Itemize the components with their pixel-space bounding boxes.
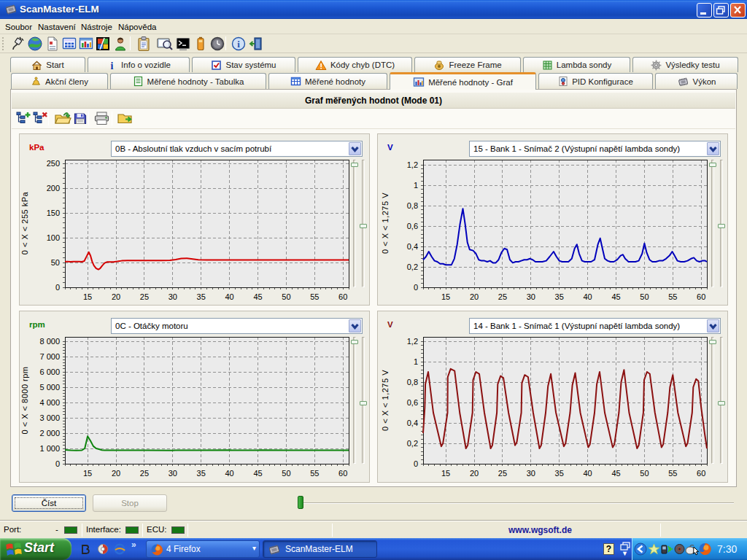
svg-text:20: 20 bbox=[470, 292, 479, 301]
svg-text:0: 0 bbox=[414, 459, 418, 468]
svg-text:250: 250 bbox=[47, 159, 60, 168]
svg-text:35: 35 bbox=[555, 292, 564, 301]
svg-text:0,4: 0,4 bbox=[407, 419, 418, 427]
svg-text:35: 35 bbox=[555, 469, 564, 478]
svg-text:20: 20 bbox=[112, 469, 120, 478]
svg-text:0,6: 0,6 bbox=[407, 222, 418, 230]
svg-text:200: 200 bbox=[47, 184, 60, 192]
svg-text:35: 35 bbox=[197, 292, 206, 301]
svg-text:60: 60 bbox=[338, 292, 347, 301]
svg-text:30: 30 bbox=[527, 469, 535, 478]
svg-text:40: 40 bbox=[225, 292, 233, 301]
svg-text:50: 50 bbox=[282, 469, 290, 478]
svg-text:40: 40 bbox=[583, 469, 592, 478]
svg-text:55: 55 bbox=[310, 292, 319, 301]
svg-text:150: 150 bbox=[47, 209, 60, 217]
svg-text:0: 0 bbox=[414, 283, 418, 292]
svg-text:50: 50 bbox=[51, 258, 60, 267]
svg-text:0,6: 0,6 bbox=[407, 398, 418, 407]
svg-text:1: 1 bbox=[414, 181, 418, 190]
svg-text:20: 20 bbox=[470, 469, 479, 478]
svg-text:3 000: 3 000 bbox=[39, 413, 60, 422]
svg-text:7 000: 7 000 bbox=[39, 352, 60, 361]
svg-text:2 000: 2 000 bbox=[39, 429, 60, 438]
svg-text:60: 60 bbox=[697, 469, 705, 478]
svg-text:60: 60 bbox=[338, 469, 347, 478]
svg-text:6 000: 6 000 bbox=[39, 368, 60, 376]
svg-text:45: 45 bbox=[253, 469, 262, 478]
svg-text:0: 0 bbox=[55, 459, 60, 468]
svg-text:0,8: 0,8 bbox=[407, 201, 418, 210]
svg-text:35: 35 bbox=[197, 469, 206, 478]
svg-text:50: 50 bbox=[282, 292, 290, 301]
svg-text:1 000: 1 000 bbox=[39, 444, 60, 453]
svg-text:1,2: 1,2 bbox=[407, 160, 418, 169]
svg-text:50: 50 bbox=[640, 292, 649, 301]
svg-text:8 000: 8 000 bbox=[39, 337, 60, 346]
svg-text:45: 45 bbox=[611, 292, 620, 301]
svg-text:50: 50 bbox=[640, 469, 649, 478]
svg-text:30: 30 bbox=[169, 292, 177, 301]
svg-text:25: 25 bbox=[498, 292, 507, 301]
svg-text:0,4: 0,4 bbox=[407, 242, 418, 251]
svg-text:40: 40 bbox=[583, 292, 592, 301]
svg-text:15: 15 bbox=[83, 469, 92, 478]
svg-text:4 000: 4 000 bbox=[39, 398, 60, 407]
svg-text:0,2: 0,2 bbox=[407, 262, 418, 271]
svg-text:1,2: 1,2 bbox=[407, 337, 418, 346]
svg-text:55: 55 bbox=[668, 292, 677, 301]
svg-text:i: i bbox=[111, 60, 114, 71]
svg-text:45: 45 bbox=[611, 469, 620, 478]
svg-text:0: 0 bbox=[55, 283, 60, 292]
svg-text:55: 55 bbox=[310, 469, 319, 478]
svg-text:100: 100 bbox=[47, 233, 60, 242]
svg-text:30: 30 bbox=[527, 292, 535, 301]
svg-text:55: 55 bbox=[668, 469, 677, 478]
svg-text:15: 15 bbox=[441, 469, 450, 478]
svg-text:45: 45 bbox=[253, 292, 262, 301]
svg-text:40: 40 bbox=[225, 469, 233, 478]
svg-text:0,2: 0,2 bbox=[407, 439, 418, 448]
svg-text:25: 25 bbox=[498, 469, 507, 478]
svg-text:20: 20 bbox=[112, 292, 120, 301]
svg-text:1: 1 bbox=[414, 357, 418, 366]
svg-text:30: 30 bbox=[169, 469, 177, 478]
svg-text:15: 15 bbox=[441, 292, 450, 301]
svg-text:15: 15 bbox=[83, 292, 92, 301]
svg-text:5 000: 5 000 bbox=[39, 383, 60, 392]
svg-text:i: i bbox=[237, 39, 240, 50]
svg-text:0,8: 0,8 bbox=[407, 378, 418, 386]
svg-text:60: 60 bbox=[697, 292, 705, 301]
svg-text:25: 25 bbox=[140, 469, 149, 478]
svg-text:25: 25 bbox=[140, 292, 149, 301]
